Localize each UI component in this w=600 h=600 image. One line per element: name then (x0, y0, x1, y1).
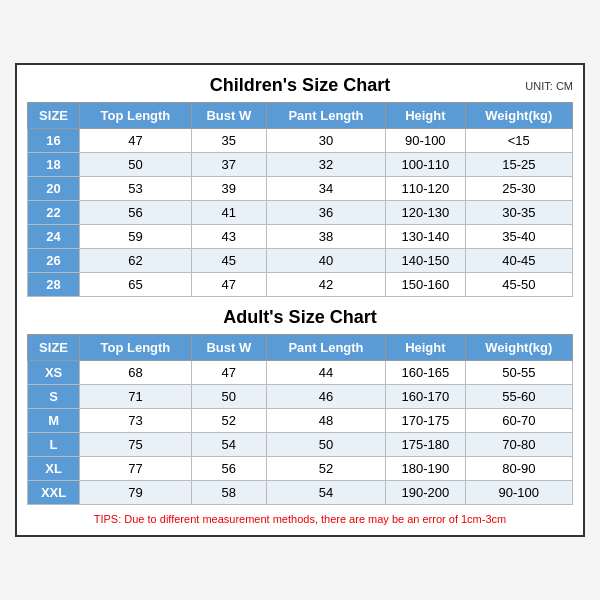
children-col-pant-length: Pant Length (266, 103, 385, 129)
children-data-cell: 40-45 (465, 249, 572, 273)
children-data-cell: 120-130 (386, 201, 465, 225)
children-size-cell: 20 (28, 177, 80, 201)
children-data-cell: 150-160 (386, 273, 465, 297)
children-data-cell: 30 (266, 129, 385, 153)
adult-data-cell: 73 (80, 409, 192, 433)
children-size-cell: 22 (28, 201, 80, 225)
adult-col-weight: Weight(kg) (465, 335, 572, 361)
adult-data-cell: 50 (191, 385, 266, 409)
children-table-row: 18503732100-11015-25 (28, 153, 573, 177)
children-data-cell: <15 (465, 129, 572, 153)
adult-data-cell: 77 (80, 457, 192, 481)
children-data-cell: 65 (80, 273, 192, 297)
adult-size-cell: M (28, 409, 80, 433)
children-table: SIZE Top Length Bust W Pant Length Heigh… (27, 102, 573, 297)
adult-col-bust-w: Bust W (191, 335, 266, 361)
children-data-cell: 45 (191, 249, 266, 273)
children-data-cell: 36 (266, 201, 385, 225)
children-data-cell: 35 (191, 129, 266, 153)
children-table-row: 24594338130-14035-40 (28, 225, 573, 249)
adult-data-cell: 54 (266, 481, 385, 505)
adult-data-cell: 58 (191, 481, 266, 505)
adult-data-cell: 180-190 (386, 457, 465, 481)
adult-size-cell: L (28, 433, 80, 457)
children-size-cell: 28 (28, 273, 80, 297)
adult-data-cell: 52 (266, 457, 385, 481)
children-col-weight: Weight(kg) (465, 103, 572, 129)
children-data-cell: 43 (191, 225, 266, 249)
adult-col-height: Height (386, 335, 465, 361)
adult-data-cell: 90-100 (465, 481, 572, 505)
children-chart-title: Children's Size Chart (210, 75, 390, 96)
adult-data-cell: 160-170 (386, 385, 465, 409)
adult-table: SIZE Top Length Bust W Pant Length Heigh… (27, 334, 573, 505)
children-data-cell: 47 (191, 273, 266, 297)
children-title-row: Children's Size Chart UNIT: CM (27, 75, 573, 96)
adult-data-cell: 175-180 (386, 433, 465, 457)
adult-data-cell: 60-70 (465, 409, 572, 433)
adult-header-row: SIZE Top Length Bust W Pant Length Heigh… (28, 335, 573, 361)
adult-table-row: XS684744160-16550-55 (28, 361, 573, 385)
adult-data-cell: 52 (191, 409, 266, 433)
children-data-cell: 62 (80, 249, 192, 273)
adult-data-cell: 56 (191, 457, 266, 481)
adult-table-row: XXL795854190-20090-100 (28, 481, 573, 505)
adult-data-cell: 170-175 (386, 409, 465, 433)
adult-col-size: SIZE (28, 335, 80, 361)
children-col-height: Height (386, 103, 465, 129)
children-table-row: 26624540140-15040-45 (28, 249, 573, 273)
children-data-cell: 50 (80, 153, 192, 177)
adult-table-row: L755450175-18070-80 (28, 433, 573, 457)
children-size-cell: 24 (28, 225, 80, 249)
adult-data-cell: 54 (191, 433, 266, 457)
children-table-row: 1647353090-100<15 (28, 129, 573, 153)
children-data-cell: 90-100 (386, 129, 465, 153)
chart-container: Children's Size Chart UNIT: CM SIZE Top … (15, 63, 585, 537)
children-table-row: 20533934110-12025-30 (28, 177, 573, 201)
adult-data-cell: 48 (266, 409, 385, 433)
children-data-cell: 34 (266, 177, 385, 201)
adult-data-cell: 47 (191, 361, 266, 385)
children-size-cell: 16 (28, 129, 80, 153)
adult-data-cell: 44 (266, 361, 385, 385)
children-data-cell: 38 (266, 225, 385, 249)
children-col-top-length: Top Length (80, 103, 192, 129)
adult-data-cell: 55-60 (465, 385, 572, 409)
adult-data-cell: 71 (80, 385, 192, 409)
adult-data-cell: 50 (266, 433, 385, 457)
adult-size-cell: XXL (28, 481, 80, 505)
children-data-cell: 15-25 (465, 153, 572, 177)
adult-title-row: Adult's Size Chart (27, 307, 573, 328)
children-size-cell: 26 (28, 249, 80, 273)
children-data-cell: 39 (191, 177, 266, 201)
adult-size-cell: XS (28, 361, 80, 385)
children-data-cell: 130-140 (386, 225, 465, 249)
children-header-row: SIZE Top Length Bust W Pant Length Heigh… (28, 103, 573, 129)
children-data-cell: 25-30 (465, 177, 572, 201)
adult-data-cell: 80-90 (465, 457, 572, 481)
children-data-cell: 40 (266, 249, 385, 273)
adult-data-cell: 70-80 (465, 433, 572, 457)
children-data-cell: 53 (80, 177, 192, 201)
children-data-cell: 140-150 (386, 249, 465, 273)
children-data-cell: 100-110 (386, 153, 465, 177)
children-size-cell: 18 (28, 153, 80, 177)
adult-data-cell: 160-165 (386, 361, 465, 385)
tips-text: TIPS: Due to different measurement metho… (27, 513, 573, 525)
children-data-cell: 35-40 (465, 225, 572, 249)
adult-data-cell: 68 (80, 361, 192, 385)
children-data-cell: 47 (80, 129, 192, 153)
section-divider (27, 297, 573, 307)
adult-table-row: XL775652180-19080-90 (28, 457, 573, 481)
adult-data-cell: 75 (80, 433, 192, 457)
children-data-cell: 110-120 (386, 177, 465, 201)
adult-chart-title: Adult's Size Chart (223, 307, 376, 328)
children-col-bust-w: Bust W (191, 103, 266, 129)
adult-data-cell: 50-55 (465, 361, 572, 385)
adult-size-cell: S (28, 385, 80, 409)
unit-label: UNIT: CM (525, 80, 573, 92)
children-table-row: 22564136120-13030-35 (28, 201, 573, 225)
adult-col-pant-length: Pant Length (266, 335, 385, 361)
children-data-cell: 41 (191, 201, 266, 225)
adult-data-cell: 190-200 (386, 481, 465, 505)
